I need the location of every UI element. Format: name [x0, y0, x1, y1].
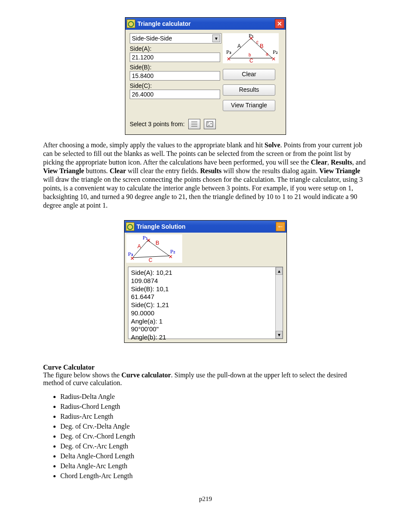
sideA-input[interactable]: 21.1200: [130, 53, 220, 62]
svg-text:✕: ✕: [227, 56, 231, 62]
svg-text:A: A: [237, 43, 241, 49]
svg-text:✕: ✕: [271, 56, 276, 62]
view-triangle-button[interactable]: View Triangle: [223, 100, 275, 111]
svg-text:✕: ✕: [249, 35, 253, 41]
list-item: Deg. of Crv.-Delta Angle: [60, 423, 368, 430]
scrollbar[interactable]: ▲ ▼: [275, 267, 283, 339]
list-item: Delta Angle-Chord Length: [60, 452, 368, 460]
sideA-label: Side(A):: [130, 45, 220, 52]
svg-point-19: [209, 125, 209, 126]
curve-calculator-heading: Curve Calculator: [43, 364, 368, 371]
list-item: Radius-Delta Angle: [60, 393, 368, 401]
list-item: Radius-Chord Length: [60, 403, 368, 411]
triangle-diagram: P₁ P₂ P₃ A B C ✕ ✕ ✕: [126, 234, 182, 263]
app-icon: [127, 19, 135, 28]
select-points-label: Select 3 points from:: [130, 121, 185, 128]
back-icon[interactable]: ←: [276, 222, 285, 231]
svg-text:P₃: P₃: [226, 49, 231, 55]
triangle-diagram: P₃ P₁ P₂ A B C c b a ✕ ✕ ✕: [223, 33, 279, 63]
results-button[interactable]: Results: [223, 84, 275, 96]
svg-text:B: B: [260, 43, 264, 49]
svg-text:b: b: [249, 53, 251, 57]
page-number: p219: [43, 495, 368, 503]
scroll-down-icon[interactable]: ▼: [276, 331, 283, 339]
point-list-button[interactable]: [188, 119, 200, 129]
svg-point-17: [208, 122, 209, 123]
titlebar: Triangle Solution ←: [125, 221, 286, 233]
list-item: Chord Length-Arc Length: [60, 472, 368, 480]
titlebar: Triangle calculator ✕: [125, 18, 286, 30]
svg-rect-16: [207, 121, 213, 127]
svg-text:C: C: [149, 257, 153, 263]
svg-text:c: c: [256, 40, 258, 44]
svg-text:A: A: [137, 243, 141, 249]
explanation-paragraph: After choosing a mode, simply apply the …: [43, 141, 368, 210]
curve-method-list: Radius-Delta Angle Radius-Chord Length R…: [43, 393, 368, 480]
sideC-label: Side(C):: [130, 82, 220, 89]
dialog-title: Triangle calculator: [137, 20, 275, 27]
sideC-input[interactable]: 26.4000: [130, 90, 220, 99]
app-icon: [126, 222, 134, 231]
svg-point-18: [211, 123, 212, 124]
dialog-title: Triangle Solution: [137, 223, 276, 230]
close-icon[interactable]: ✕: [275, 19, 284, 28]
results-listbox: Side(A): 10,21 109.0874 Side(B): 10,1 61…: [128, 267, 283, 339]
chevron-down-icon[interactable]: ▼: [212, 34, 220, 42]
svg-text:✕: ✕: [146, 237, 151, 243]
results-text: Side(A): 10,21 109.0874 Side(B): 10,1 61…: [128, 267, 275, 339]
svg-text:✕: ✕: [168, 254, 173, 260]
scroll-up-icon[interactable]: ▲: [276, 267, 283, 275]
svg-text:P₂: P₂: [273, 49, 278, 55]
mode-dropdown[interactable]: Side-Side-Side ▼: [130, 33, 221, 44]
clear-button[interactable]: Clear: [223, 69, 275, 80]
svg-text:✕: ✕: [130, 255, 134, 261]
triangle-solution-dialog: Triangle Solution ← P₁ P₂ P₃ A B C ✕ ✕ ✕…: [124, 220, 287, 343]
svg-text:a: a: [266, 52, 268, 56]
point-screen-button[interactable]: [204, 119, 216, 129]
list-item: Deg. of Crv.-Chord Length: [60, 432, 368, 440]
svg-text:B: B: [156, 240, 159, 246]
svg-text:C: C: [249, 58, 253, 63]
curve-calculator-lead: The figure below shows the Curve calcula…: [43, 371, 368, 387]
mode-value: Side-Side-Side: [132, 35, 212, 42]
list-item: Deg. of Crv.-Arc Length: [60, 442, 368, 450]
list-item: Radius-Arc Length: [60, 413, 368, 420]
sideB-label: Side(B):: [130, 64, 220, 71]
triangle-calculator-dialog: Triangle calculator ✕ Side-Side-Side ▼ S…: [125, 17, 286, 135]
sideB-input[interactable]: 15.8400: [130, 71, 220, 81]
list-item: Delta Angle-Arc Length: [60, 462, 368, 470]
